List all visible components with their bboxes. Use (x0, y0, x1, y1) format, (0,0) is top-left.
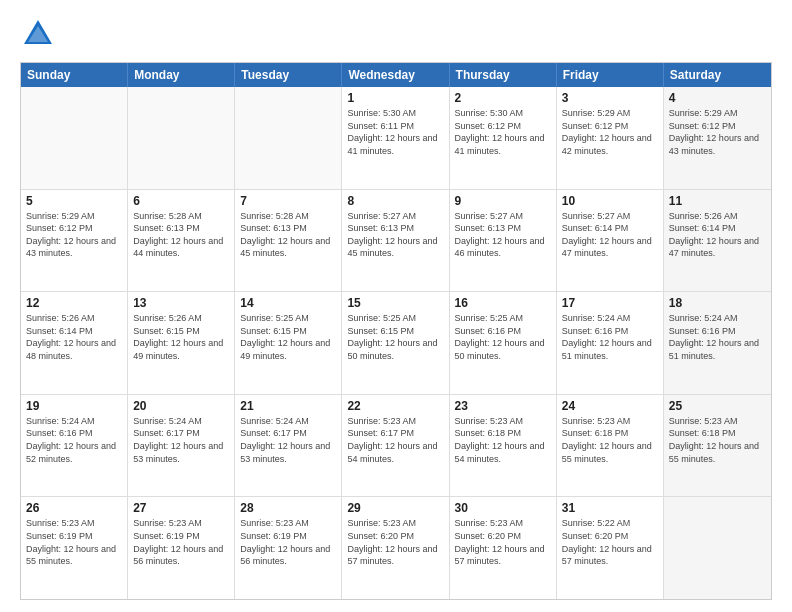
calendar-cell-11: 11Sunrise: 5:26 AMSunset: 6:14 PMDayligh… (664, 190, 771, 292)
weekday-header-thursday: Thursday (450, 63, 557, 87)
day-info: Sunrise: 5:29 AMSunset: 6:12 PMDaylight:… (26, 210, 122, 260)
day-info: Sunrise: 5:27 AMSunset: 6:13 PMDaylight:… (455, 210, 551, 260)
day-info: Sunrise: 5:23 AMSunset: 6:20 PMDaylight:… (455, 517, 551, 567)
day-number: 17 (562, 296, 658, 310)
day-number: 3 (562, 91, 658, 105)
day-info: Sunrise: 5:23 AMSunset: 6:20 PMDaylight:… (347, 517, 443, 567)
calendar-cell-15: 15Sunrise: 5:25 AMSunset: 6:15 PMDayligh… (342, 292, 449, 394)
calendar-cell-18: 18Sunrise: 5:24 AMSunset: 6:16 PMDayligh… (664, 292, 771, 394)
logo (20, 16, 60, 52)
calendar-cell-22: 22Sunrise: 5:23 AMSunset: 6:17 PMDayligh… (342, 395, 449, 497)
day-number: 11 (669, 194, 766, 208)
day-number: 28 (240, 501, 336, 515)
day-info: Sunrise: 5:29 AMSunset: 6:12 PMDaylight:… (669, 107, 766, 157)
calendar-header: SundayMondayTuesdayWednesdayThursdayFrid… (21, 63, 771, 87)
day-number: 15 (347, 296, 443, 310)
day-info: Sunrise: 5:23 AMSunset: 6:18 PMDaylight:… (562, 415, 658, 465)
calendar-cell-empty (235, 87, 342, 189)
day-info: Sunrise: 5:28 AMSunset: 6:13 PMDaylight:… (133, 210, 229, 260)
day-info: Sunrise: 5:24 AMSunset: 6:16 PMDaylight:… (26, 415, 122, 465)
weekday-header-friday: Friday (557, 63, 664, 87)
day-number: 9 (455, 194, 551, 208)
day-number: 6 (133, 194, 229, 208)
day-number: 27 (133, 501, 229, 515)
day-info: Sunrise: 5:28 AMSunset: 6:13 PMDaylight:… (240, 210, 336, 260)
day-number: 7 (240, 194, 336, 208)
calendar-cell-27: 27Sunrise: 5:23 AMSunset: 6:19 PMDayligh… (128, 497, 235, 599)
day-number: 19 (26, 399, 122, 413)
day-info: Sunrise: 5:26 AMSunset: 6:15 PMDaylight:… (133, 312, 229, 362)
day-number: 16 (455, 296, 551, 310)
day-info: Sunrise: 5:25 AMSunset: 6:15 PMDaylight:… (347, 312, 443, 362)
day-info: Sunrise: 5:24 AMSunset: 6:16 PMDaylight:… (562, 312, 658, 362)
calendar-cell-8: 8Sunrise: 5:27 AMSunset: 6:13 PMDaylight… (342, 190, 449, 292)
day-info: Sunrise: 5:23 AMSunset: 6:19 PMDaylight:… (240, 517, 336, 567)
calendar-cell-3: 3Sunrise: 5:29 AMSunset: 6:12 PMDaylight… (557, 87, 664, 189)
calendar-row-0: 1Sunrise: 5:30 AMSunset: 6:11 PMDaylight… (21, 87, 771, 190)
calendar-cell-empty (128, 87, 235, 189)
calendar-cell-24: 24Sunrise: 5:23 AMSunset: 6:18 PMDayligh… (557, 395, 664, 497)
calendar-cell-26: 26Sunrise: 5:23 AMSunset: 6:19 PMDayligh… (21, 497, 128, 599)
day-info: Sunrise: 5:24 AMSunset: 6:17 PMDaylight:… (133, 415, 229, 465)
day-number: 14 (240, 296, 336, 310)
calendar-cell-16: 16Sunrise: 5:25 AMSunset: 6:16 PMDayligh… (450, 292, 557, 394)
calendar-page: SundayMondayTuesdayWednesdayThursdayFrid… (0, 0, 792, 612)
day-number: 18 (669, 296, 766, 310)
day-info: Sunrise: 5:27 AMSunset: 6:14 PMDaylight:… (562, 210, 658, 260)
day-number: 30 (455, 501, 551, 515)
calendar-cell-6: 6Sunrise: 5:28 AMSunset: 6:13 PMDaylight… (128, 190, 235, 292)
calendar-row-1: 5Sunrise: 5:29 AMSunset: 6:12 PMDaylight… (21, 190, 771, 293)
day-number: 21 (240, 399, 336, 413)
calendar-cell-10: 10Sunrise: 5:27 AMSunset: 6:14 PMDayligh… (557, 190, 664, 292)
weekday-header-monday: Monday (128, 63, 235, 87)
calendar-cell-29: 29Sunrise: 5:23 AMSunset: 6:20 PMDayligh… (342, 497, 449, 599)
day-number: 24 (562, 399, 658, 413)
day-info: Sunrise: 5:30 AMSunset: 6:12 PMDaylight:… (455, 107, 551, 157)
calendar-cell-12: 12Sunrise: 5:26 AMSunset: 6:14 PMDayligh… (21, 292, 128, 394)
day-info: Sunrise: 5:25 AMSunset: 6:16 PMDaylight:… (455, 312, 551, 362)
day-number: 2 (455, 91, 551, 105)
day-info: Sunrise: 5:25 AMSunset: 6:15 PMDaylight:… (240, 312, 336, 362)
calendar-cell-25: 25Sunrise: 5:23 AMSunset: 6:18 PMDayligh… (664, 395, 771, 497)
day-number: 4 (669, 91, 766, 105)
day-number: 23 (455, 399, 551, 413)
calendar-cell-1: 1Sunrise: 5:30 AMSunset: 6:11 PMDaylight… (342, 87, 449, 189)
calendar-cell-5: 5Sunrise: 5:29 AMSunset: 6:12 PMDaylight… (21, 190, 128, 292)
day-info: Sunrise: 5:23 AMSunset: 6:17 PMDaylight:… (347, 415, 443, 465)
calendar-cell-28: 28Sunrise: 5:23 AMSunset: 6:19 PMDayligh… (235, 497, 342, 599)
day-number: 31 (562, 501, 658, 515)
calendar-cell-4: 4Sunrise: 5:29 AMSunset: 6:12 PMDaylight… (664, 87, 771, 189)
weekday-header-saturday: Saturday (664, 63, 771, 87)
calendar-cell-17: 17Sunrise: 5:24 AMSunset: 6:16 PMDayligh… (557, 292, 664, 394)
calendar-cell-2: 2Sunrise: 5:30 AMSunset: 6:12 PMDaylight… (450, 87, 557, 189)
day-info: Sunrise: 5:23 AMSunset: 6:18 PMDaylight:… (455, 415, 551, 465)
calendar-cell-13: 13Sunrise: 5:26 AMSunset: 6:15 PMDayligh… (128, 292, 235, 394)
weekday-header-wednesday: Wednesday (342, 63, 449, 87)
day-info: Sunrise: 5:23 AMSunset: 6:18 PMDaylight:… (669, 415, 766, 465)
calendar-cell-empty (664, 497, 771, 599)
day-number: 10 (562, 194, 658, 208)
day-number: 26 (26, 501, 122, 515)
calendar-row-3: 19Sunrise: 5:24 AMSunset: 6:16 PMDayligh… (21, 395, 771, 498)
calendar-cell-23: 23Sunrise: 5:23 AMSunset: 6:18 PMDayligh… (450, 395, 557, 497)
calendar-cell-30: 30Sunrise: 5:23 AMSunset: 6:20 PMDayligh… (450, 497, 557, 599)
day-info: Sunrise: 5:23 AMSunset: 6:19 PMDaylight:… (133, 517, 229, 567)
weekday-header-sunday: Sunday (21, 63, 128, 87)
day-info: Sunrise: 5:26 AMSunset: 6:14 PMDaylight:… (669, 210, 766, 260)
calendar-cell-9: 9Sunrise: 5:27 AMSunset: 6:13 PMDaylight… (450, 190, 557, 292)
day-number: 25 (669, 399, 766, 413)
day-number: 13 (133, 296, 229, 310)
calendar: SundayMondayTuesdayWednesdayThursdayFrid… (20, 62, 772, 600)
weekday-header-tuesday: Tuesday (235, 63, 342, 87)
day-info: Sunrise: 5:23 AMSunset: 6:19 PMDaylight:… (26, 517, 122, 567)
calendar-row-4: 26Sunrise: 5:23 AMSunset: 6:19 PMDayligh… (21, 497, 771, 599)
header (20, 16, 772, 52)
day-info: Sunrise: 5:29 AMSunset: 6:12 PMDaylight:… (562, 107, 658, 157)
day-number: 22 (347, 399, 443, 413)
day-info: Sunrise: 5:27 AMSunset: 6:13 PMDaylight:… (347, 210, 443, 260)
calendar-body: 1Sunrise: 5:30 AMSunset: 6:11 PMDaylight… (21, 87, 771, 599)
day-number: 8 (347, 194, 443, 208)
day-number: 20 (133, 399, 229, 413)
calendar-row-2: 12Sunrise: 5:26 AMSunset: 6:14 PMDayligh… (21, 292, 771, 395)
day-number: 5 (26, 194, 122, 208)
